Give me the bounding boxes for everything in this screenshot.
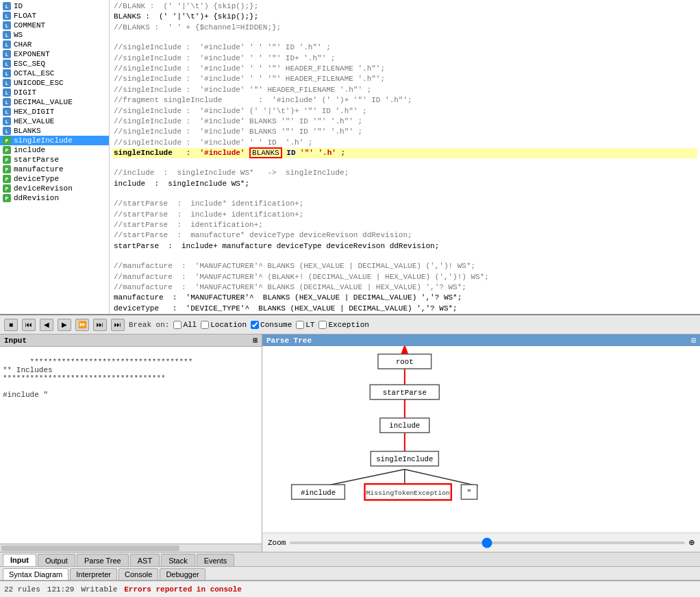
token-item-include[interactable]: Pinclude [0,145,109,155]
token-type-icon: L [3,117,11,125]
token-item-manufacture[interactable]: Pmanufacture [0,165,109,174]
token-label: startParse [14,156,59,164]
grammar-line: //startParse : manufacture* deviceType d… [112,230,697,241]
sub-tab-console[interactable]: Console [118,568,158,580]
tab-events[interactable]: Events [197,554,235,566]
grammar-line: //startParse : identification+; [112,220,697,230]
token-item-esc_seq[interactable]: LESC_SEQ [0,59,109,69]
token-item-hex_digit[interactable]: LHEX_DIGIT [0,107,109,117]
token-label: EXPONENT [14,50,50,58]
location-checkbox-label[interactable]: Location [201,321,247,329]
token-item-octal_esc[interactable]: LOCTAL_ESC [0,69,109,78]
parse-tree-panel: Parse Tree ⊡ [262,334,700,552]
token-type-icon: L [3,127,11,135]
string-dot-h: '.h' [318,149,336,157]
all-checkbox[interactable] [173,321,182,329]
token-item-unicode_esc[interactable]: LUNICODE_ESC [0,78,109,88]
tab-parseTree[interactable]: Parse Tree [77,554,129,566]
stop-button[interactable]: ■ [4,319,18,331]
token-item-comment[interactable]: LCOMMENT [0,21,109,30]
tab-stack[interactable]: Stack [161,554,195,566]
token-type-icon: L [3,50,11,58]
token-item-devicetype[interactable]: PdeviceType [0,174,109,184]
parse-tree-title: Parse Tree [266,337,312,345]
grammar-line: include : singleInclude WS*; [112,179,697,189]
tab-input[interactable]: Input [3,554,36,566]
token-item-startparse[interactable]: PstartParse [0,155,109,165]
input-text: ************************************ ** … [3,358,192,399]
token-item-char[interactable]: LCHAR [0,40,109,49]
grammar-line: BLANKS : (' '|'\t')+ {skip();}; [112,12,697,22]
step-back-button[interactable]: ◀ [40,319,53,331]
token-list[interactable]: LIDLFLOATLCOMMENTLWSLCHARLEXPONENTLESC_S… [0,0,110,314]
token-item-blanks[interactable]: LBLANKS [0,126,109,136]
zoom-label: Zoom [268,539,286,547]
consume-checkbox-label[interactable]: Consume [251,321,292,329]
token-blanks: BLANKS [249,147,282,158]
token-item-exponent[interactable]: LEXPONENT [0,49,109,59]
grammar-line: //BLANK : (' '|'\t') {skip();}; [112,1,697,12]
token-type-icon: L [3,69,11,77]
token-type-icon: L [3,2,11,10]
lt-checkbox[interactable] [296,321,304,329]
token-ref: ID [286,149,295,157]
maximize-icon[interactable]: ⊡ [691,336,696,345]
expand-icon[interactable]: ⊞ [253,336,258,345]
fast-forward-button[interactable]: ⏭ [93,319,107,331]
token-item-decimal_value[interactable]: LDECIMAL_VALUE [0,97,109,107]
sub-tab-syntaxDiagram[interactable]: Syntax Diagram [3,568,68,580]
consume-label: Consume [260,321,292,329]
token-type-icon: P [3,156,11,164]
grammar-line: //include : singleInclude WS* -> singleI… [112,168,697,178]
grammar-line: //singleInclude : '#include' ' ' '"' HEA… [112,64,697,74]
token-item-hex_value[interactable]: LHEX_VALUE [0,117,109,126]
run-button[interactable]: ⏩ [75,319,89,331]
node-singleinclude-label: singleInclude [376,455,433,463]
token-label: HEX_VALUE [14,117,54,125]
token-label: CHAR [14,40,32,49]
all-checkbox-label[interactable]: All [173,321,197,329]
sub-tab-interpreter[interactable]: Interpreter [70,568,117,580]
parse-tree-header: Parse Tree ⊡ [262,334,700,346]
exception-checkbox-label[interactable]: Exception [318,321,368,329]
end-button[interactable]: ⏭ [111,319,125,331]
tab-ast[interactable]: AST [130,554,160,566]
token-item-singleinclude[interactable]: PsingleInclude [0,136,109,145]
token-item-id[interactable]: LID [0,1,109,11]
string-literal: '#include' [199,149,245,157]
token-label: DIGIT [14,88,36,97]
token-item-ws[interactable]: LWS [0,30,109,40]
tab-output[interactable]: Output [38,554,75,566]
grammar-panel: //BLANK : (' '|'\t') {skip();};BLANKS : … [110,0,700,314]
token-label: BLANKS [14,127,41,135]
token-item-digit[interactable]: LDIGIT [0,88,109,97]
input-content[interactable]: ************************************ ** … [0,347,262,544]
grammar-line: //singleInclude : '#include' BLANKS '"' … [112,127,697,137]
step-forward-button[interactable]: ▶ [58,319,71,331]
grammar-line [112,189,697,199]
input-scrollbar-thumb[interactable] [1,546,179,551]
writable-status: Writable [81,585,117,594]
grammar-line: //startParse : include* identification+; [112,199,697,209]
token-type-icon: L [3,79,11,87]
grammar-line: singleInclude : '#include' BLANKS ID '"'… [112,148,697,158]
input-scrollbar[interactable] [0,544,262,552]
token-item-ddrevision[interactable]: PddRevision [0,193,109,203]
token-label: FLOAT [14,12,36,20]
zoom-slider[interactable] [290,541,684,544]
error-status: Errors reported in console [124,585,242,594]
grammar-line [112,158,697,168]
exception-checkbox[interactable] [318,321,327,329]
grammar-line: manufacture : 'MANUFACTURER'^ BLANKS (HE… [112,293,697,303]
lt-checkbox-label[interactable]: LT [296,321,314,329]
token-type-icon: L [3,31,11,39]
token-item-devicerevison[interactable]: PdeviceRevison [0,184,109,193]
grammar-line [112,33,697,42]
token-item-float[interactable]: LFLOAT [0,11,109,21]
consume-checkbox[interactable] [251,321,259,329]
sub-tab-debugger[interactable]: Debugger [160,568,205,580]
restart-button[interactable]: ⏮ [22,319,36,331]
token-type-icon: P [3,165,11,173]
token-label: COMMENT [14,21,45,29]
location-checkbox[interactable] [201,321,209,329]
